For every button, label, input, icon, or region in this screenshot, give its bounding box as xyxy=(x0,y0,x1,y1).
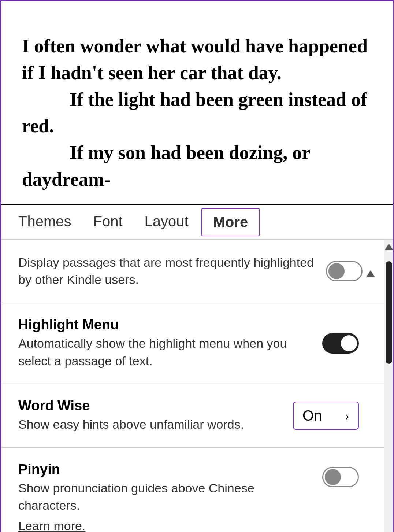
pinyin-title: Pinyin xyxy=(18,462,311,477)
reading-area: I often wonder what would have happened … xyxy=(0,0,394,204)
scrollbar-arrow-up[interactable] xyxy=(384,244,393,250)
panel-wrapper: Display passages that are most frequentl… xyxy=(0,240,394,532)
highlight-menu-toggle[interactable] xyxy=(322,333,359,354)
reading-line-2: if I hadn't seen her car that day. xyxy=(22,60,372,86)
word-wise-chevron: › xyxy=(345,408,349,423)
highlight-menu-title: Highlight Menu xyxy=(18,317,311,333)
reading-text: I often wonder what would have happened … xyxy=(22,33,372,193)
word-wise-button[interactable]: On › xyxy=(293,402,359,430)
word-wise-text: Word Wise Show easy hints above unfamili… xyxy=(18,398,293,433)
popular-highlights-knob xyxy=(328,263,345,279)
setting-row-highlight-menu: Highlight Menu Automatically show the hi… xyxy=(0,303,384,384)
scrollbar-track xyxy=(384,240,394,532)
pinyin-text: Pinyin Show pronunciation guides above C… xyxy=(18,462,322,532)
popular-highlights-toggle[interactable] xyxy=(326,261,363,281)
pinyin-toggle[interactable] xyxy=(322,467,359,487)
tab-font[interactable]: Font xyxy=(82,205,134,239)
settings-rows: Display passages that are most frequentl… xyxy=(0,240,384,532)
highlight-menu-knob xyxy=(341,335,357,351)
highlight-menu-text: Highlight Menu Automatically show the hi… xyxy=(18,317,322,370)
pinyin-desc: Show pronunciation guides above Chinese … xyxy=(18,480,311,514)
scrollbar-thumb[interactable] xyxy=(386,261,392,364)
reading-line-4: red. xyxy=(22,113,372,140)
popular-highlights-text: Display passages that are most frequentl… xyxy=(18,254,326,289)
tab-layout[interactable]: Layout xyxy=(134,205,200,239)
setting-row-popular-highlights: Display passages that are most frequentl… xyxy=(0,240,384,303)
pinyin-knob xyxy=(325,469,341,485)
popular-highlights-desc: Display passages that are most frequentl… xyxy=(18,254,315,289)
tab-themes[interactable]: Themes xyxy=(7,205,82,239)
setting-row-pinyin: Pinyin Show pronunciation guides above C… xyxy=(0,448,384,532)
setting-row-word-wise: Word Wise Show easy hints above unfamili… xyxy=(0,384,384,448)
pinyin-learn-more[interactable]: Learn more. xyxy=(18,517,311,532)
settings-panel: Display passages that are most frequentl… xyxy=(0,240,394,532)
word-wise-desc: Show easy hints above unfamiliar words. xyxy=(18,416,282,433)
scroll-arrow-up[interactable] xyxy=(366,270,375,277)
reading-line-5: If my son had been dozing, or daydream- xyxy=(22,140,372,193)
word-wise-title: Word Wise xyxy=(18,398,282,414)
word-wise-btn-label: On xyxy=(302,407,322,424)
tab-more[interactable]: More xyxy=(201,208,260,236)
reading-line-1: I often wonder what would have happened xyxy=(22,33,372,60)
highlight-menu-desc: Automatically show the highlight menu wh… xyxy=(18,335,311,370)
reading-line-3: If the light had been green instead of xyxy=(22,86,372,113)
tab-bar: Themes Font Layout More xyxy=(0,205,394,240)
